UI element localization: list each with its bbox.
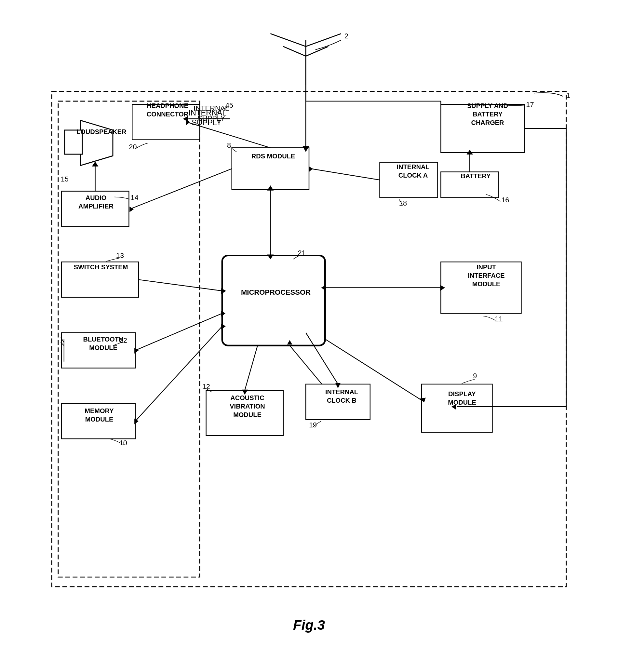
- svg-line-82: [290, 345, 322, 384]
- input-interface-module-label: INPUTINTERFACEMODULE: [447, 263, 525, 288]
- svg-line-67: [138, 280, 222, 291]
- svg-line-80: [306, 333, 338, 384]
- svg-line-72: [135, 313, 222, 350]
- internal-clock-b-label: INTERNALCLOCK B: [312, 388, 372, 405]
- svg-text:16: 16: [501, 196, 509, 204]
- svg-marker-50: [92, 162, 99, 166]
- svg-text:1: 1: [566, 91, 570, 100]
- svg-text:8: 8: [227, 141, 231, 149]
- svg-marker-77: [134, 419, 138, 425]
- memory-module-label: MEMORYMODULE: [64, 407, 135, 424]
- svg-text:19: 19: [309, 421, 317, 429]
- svg-text:20: 20: [129, 143, 137, 151]
- svg-marker-71: [440, 285, 445, 291]
- internal-clock-a-label: INTERNALCLOCK A: [386, 162, 441, 180]
- microprocessor-label: MICROPROCESSOR: [227, 288, 325, 297]
- svg-marker-83: [287, 340, 292, 345]
- svg-marker-57: [309, 166, 313, 172]
- svg-marker-48: [129, 207, 134, 212]
- svg-line-4: [306, 46, 328, 56]
- svg-rect-26: [222, 256, 325, 346]
- svg-text:15: 15: [61, 175, 69, 183]
- svg-line-75: [135, 326, 222, 421]
- svg-line-3: [283, 46, 306, 56]
- svg-text:12: 12: [202, 382, 210, 390]
- svg-marker-59: [467, 150, 473, 154]
- svg-line-51: [187, 122, 270, 148]
- svg-text:18: 18: [399, 199, 407, 207]
- acoustic-vibration-module-label: ACOUSTICVIBRATIONMODULE: [211, 394, 284, 419]
- svg-text:2: 2: [344, 32, 348, 40]
- supply-battery-charger-label: SUPPLY ANDBATTERYCHARGER: [447, 102, 528, 127]
- display-module-label: DISPLAYMODULE: [429, 390, 495, 407]
- svg-text:13: 13: [116, 251, 124, 259]
- audio-amplifier-label: AUDIOAMPLIFIER: [64, 194, 128, 210]
- svg-line-78: [244, 345, 258, 390]
- bluetooth-module-label: BLUETOOTHMODULE: [72, 335, 135, 352]
- svg-line-1: [270, 33, 306, 46]
- svg-marker-46: [303, 146, 309, 152]
- diagram-container: 2 1 15 20 14 8 17: [26, 13, 592, 640]
- loudspeaker-label: LOUDSPEAKER: [77, 127, 102, 136]
- svg-marker-76: [221, 324, 226, 330]
- battery-label: BATTERY: [447, 172, 504, 180]
- svg-line-56: [311, 169, 380, 180]
- internal-supply-label: INTERNALSUPPLY: [186, 103, 236, 124]
- svg-marker-73: [221, 311, 225, 317]
- svg-text:10: 10: [119, 439, 127, 447]
- svg-marker-74: [134, 348, 138, 354]
- switch-system-label: SWITCH SYSTEM: [64, 263, 138, 271]
- svg-text:14: 14: [130, 194, 138, 202]
- svg-text:21: 21: [298, 249, 305, 257]
- svg-text:9: 9: [473, 372, 477, 380]
- svg-line-2: [306, 33, 341, 46]
- svg-marker-54: [267, 186, 274, 191]
- figure-caption: Fig.3: [293, 618, 325, 633]
- rds-module-label: RDS MODULE: [236, 152, 311, 160]
- svg-marker-68: [221, 288, 226, 294]
- svg-text:11: 11: [495, 315, 503, 323]
- svg-line-47: [130, 169, 232, 209]
- svg-marker-85: [420, 398, 426, 402]
- svg-line-32: [61, 342, 64, 345]
- svg-line-31: [61, 338, 64, 342]
- svg-marker-55: [267, 255, 274, 259]
